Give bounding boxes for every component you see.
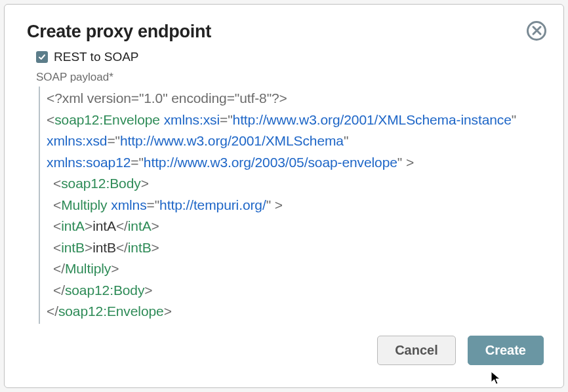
create-proxy-endpoint-modal: Create proxy endpoint REST to SOAP SOAP …	[4, 4, 564, 388]
xml-decl: ?xml version="1.0" encoding="utf-8"?	[54, 90, 279, 106]
close-icon	[531, 25, 542, 36]
modal-title: Create proxy endpoint	[27, 22, 211, 42]
soap-payload-editor[interactable]: <?xml version="1.0" encoding="utf-8"?> <…	[39, 87, 544, 324]
cancel-button[interactable]: Cancel	[377, 336, 456, 365]
create-button[interactable]: Create	[468, 336, 544, 365]
modal-actions: Cancel Create	[27, 336, 544, 365]
rest-to-soap-label: REST to SOAP	[54, 50, 139, 64]
soap-payload-label: SOAP payload*	[36, 71, 544, 84]
modal-header: Create proxy endpoint	[27, 22, 544, 42]
close-button[interactable]	[527, 21, 546, 41]
check-icon	[38, 53, 46, 61]
rest-to-soap-checkbox[interactable]	[36, 51, 48, 63]
rest-to-soap-row: REST to SOAP	[36, 50, 544, 64]
